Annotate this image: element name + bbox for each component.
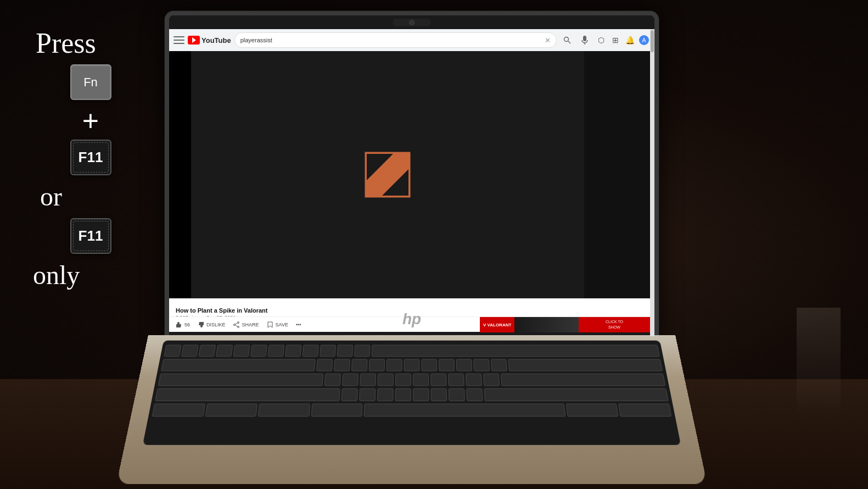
svg-point-15 — [237, 326, 239, 327]
search-icon[interactable] — [560, 33, 574, 47]
svg-point-16 — [233, 324, 235, 325]
laptop-base — [116, 335, 707, 484]
kb-key-alt-r — [566, 403, 619, 416]
kb-key — [341, 388, 357, 401]
plus-label: + — [82, 107, 99, 135]
like-button[interactable]: 56 — [176, 321, 190, 328]
keyboard-row-3 — [158, 374, 666, 386]
kb-key-enter — [508, 359, 663, 371]
video-main[interactable] — [191, 51, 584, 298]
keyboard-row-2 — [161, 359, 663, 371]
kb-key — [369, 359, 385, 371]
valorant-ad[interactable]: V VALORANT — [480, 317, 579, 332]
kb-key — [198, 345, 216, 357]
svg-point-0 — [564, 37, 569, 42]
grid-icon[interactable]: ⊞ — [609, 34, 621, 46]
kb-key — [337, 345, 354, 357]
click-to-show-button[interactable]: CLICK TOSHOW — [579, 317, 650, 332]
share-label: SHARE — [242, 322, 259, 327]
kb-key — [413, 388, 429, 401]
more-options-button[interactable]: ••• — [296, 322, 301, 327]
scrollbar[interactable] — [650, 29, 654, 341]
svg-point-14 — [237, 321, 239, 323]
hp-logo-screen: hp — [402, 310, 421, 328]
fn-key: Fn — [70, 64, 111, 100]
kb-key-shift-r — [484, 388, 669, 401]
kb-key — [465, 374, 481, 386]
cast-icon[interactable]: ⬡ — [595, 34, 607, 46]
video-area — [169, 51, 650, 298]
youtube-icon — [188, 36, 200, 45]
kb-key-backspace — [372, 345, 660, 357]
kb-key — [430, 374, 446, 386]
pa-logo-detailed — [360, 147, 415, 202]
kb-key — [181, 345, 199, 357]
svg-text:A: A — [642, 37, 646, 43]
svg-rect-2 — [583, 36, 586, 41]
browser-chrome: YouTube playerassist ✕ ⬡ — [169, 29, 654, 51]
kb-key — [421, 359, 437, 371]
keyboard-row-5 — [152, 403, 672, 416]
kb-key-shift-l — [155, 388, 340, 401]
clear-button[interactable]: ✕ — [545, 36, 551, 45]
kb-key-enter2 — [500, 374, 665, 386]
mic-icon[interactable] — [578, 33, 592, 47]
kb-key — [404, 359, 420, 371]
kb-key — [448, 388, 464, 401]
kb-key — [395, 388, 411, 401]
kb-key — [466, 388, 483, 401]
kb-key-win — [258, 403, 310, 416]
bell-icon[interactable]: 🔔 — [624, 34, 636, 46]
f11-key-combo: F11 — [70, 140, 111, 175]
kb-key — [351, 359, 368, 371]
keyboard-area — [143, 341, 681, 445]
camera-dot — [409, 20, 415, 25]
kb-key — [377, 388, 393, 401]
instruction-panel: Press Fn + F11 or F11 only — [30, 27, 151, 291]
kb-key — [483, 374, 499, 386]
address-bar[interactable]: playerassist ✕ — [234, 32, 557, 48]
valorant-ad-image — [514, 317, 579, 332]
click-to-show-label: CLICK TOSHOW — [606, 319, 623, 330]
kb-key — [250, 345, 267, 357]
kb-key — [285, 345, 301, 357]
reflection-highlight — [797, 308, 841, 418]
kb-key — [377, 374, 393, 386]
account-icon[interactable]: A — [638, 34, 650, 46]
kb-key — [303, 345, 319, 357]
kb-spacebar — [364, 403, 565, 416]
video-side-left — [169, 51, 191, 298]
hamburger-menu-icon[interactable] — [173, 36, 184, 44]
kb-key — [360, 374, 376, 386]
kb-key — [233, 345, 250, 357]
keyboard-row-1 — [164, 345, 660, 357]
dislike-button[interactable]: DISLIKE — [198, 321, 226, 328]
share-button[interactable]: SHARE — [233, 321, 259, 328]
kb-key — [430, 388, 447, 401]
kb-key — [334, 359, 350, 371]
laptop-screen: YouTube playerassist ✕ ⬡ — [165, 11, 659, 341]
kb-key-fn — [205, 403, 257, 416]
kb-key — [387, 359, 402, 371]
dislike-label: DISLIKE — [206, 322, 226, 327]
kb-key — [359, 388, 376, 401]
save-label: SAVE — [276, 322, 288, 327]
f11-key-solo: F11 — [70, 218, 111, 254]
kb-key — [413, 374, 429, 386]
youtube-logo: YouTube — [188, 36, 231, 45]
kb-key — [164, 345, 182, 357]
browser-right-icons: ⬡ ⊞ 🔔 A — [595, 34, 650, 46]
like-count: 56 — [184, 322, 190, 327]
kb-key — [216, 345, 233, 357]
save-button[interactable]: SAVE — [267, 321, 288, 328]
kb-key — [267, 345, 284, 357]
keyboard-row-4 — [155, 388, 669, 401]
only-label: only — [33, 259, 80, 291]
yt-play-triangle — [192, 37, 196, 43]
svg-line-18 — [235, 325, 237, 326]
kb-key-ctrl-l — [152, 403, 205, 416]
scrollbar-thumb[interactable] — [651, 30, 654, 52]
kb-key — [491, 359, 507, 371]
kb-key — [341, 374, 358, 386]
valorant-logo-badge: V VALORANT — [480, 317, 514, 332]
